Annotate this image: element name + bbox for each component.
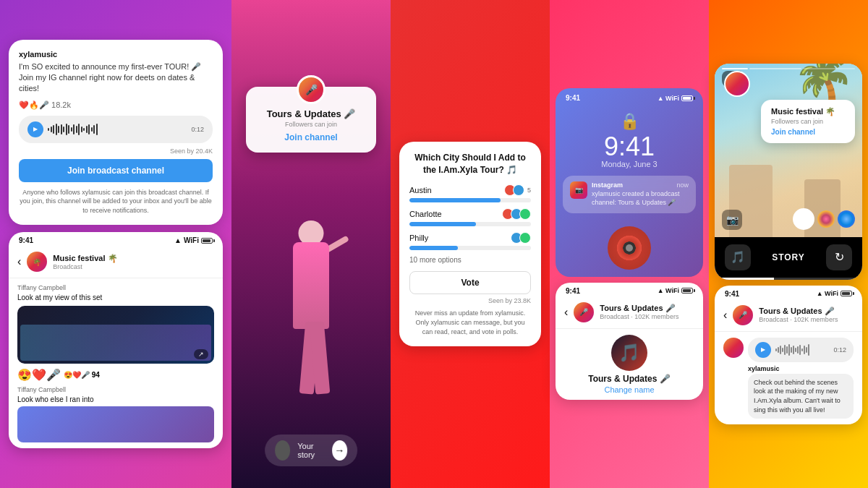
- send-overlay: ↗: [194, 349, 208, 359]
- poll-label: Austin: [409, 186, 432, 194]
- sender-name: Tiffany Campbell: [17, 284, 214, 291]
- waveform: [48, 122, 187, 137]
- story-top-avatar: [724, 71, 750, 97]
- chat-body: ▶: [715, 332, 862, 424]
- reaction-count: 😍❤️🎤 94: [64, 371, 100, 379]
- join-channel-button[interactable]: Join channel: [260, 132, 362, 142]
- concert-channel-name: Tours & Updates 🎤: [260, 108, 362, 119]
- lock-icon: 🔒: [556, 105, 703, 134]
- poll-bar-fill: [409, 198, 501, 202]
- status-bar: 9:41 ▲ WiFi: [556, 283, 703, 296]
- color-swatch-1[interactable]: [817, 210, 835, 228]
- lockscreen-status-bar: 9:41 ▲ WiFi: [556, 88, 703, 105]
- story-refresh-button[interactable]: ↻: [826, 244, 852, 270]
- concert-channel-card: 🎤 Tours & Updates 🎤 Followers can join J…: [246, 87, 376, 153]
- play-button[interactable]: ▶: [755, 342, 771, 358]
- story-scrubber[interactable]: [715, 278, 862, 280]
- followers-text: Followers can join: [260, 121, 362, 128]
- audio-time: 0:12: [191, 126, 204, 133]
- chat-header: ‹ 🎤 Tours & Updates 🎤 Broadcast · 102K m…: [715, 299, 862, 332]
- poll-description: Never miss an update from xylamusic. Onl…: [409, 309, 531, 336]
- bc-message: I'm SO excited to announce my first-ever…: [19, 61, 213, 95]
- tours-chat-card: 9:41 ▲ WiFi ‹ 🎤 Tours & Updates 🎤 Broadc…: [715, 286, 862, 424]
- chat-title: Tours & Updates 🎤: [600, 304, 694, 313]
- camera-icon[interactable]: 📷: [722, 210, 742, 230]
- more-options-text: 10 more options: [409, 256, 531, 264]
- bc-username: xylamusic: [19, 50, 213, 59]
- broadcast-channel-card: xylamusic I'm SO excited to announce my …: [9, 40, 223, 226]
- concert-avatar: 🎤: [297, 75, 326, 104]
- story-next-button[interactable]: →: [332, 440, 347, 461]
- poll-bar-bg: [409, 222, 531, 226]
- lockscreen-date: Monday, June 3: [556, 160, 703, 168]
- chat-header: ‹ 🌴 Music festival 🌴 Broadcast: [9, 246, 223, 278]
- tours-body: 🎵 Tours & Updates 🎤 Change name: [556, 329, 703, 400]
- chat-subtitle: Broadcast: [53, 263, 214, 270]
- popup-title: Music festival 🌴: [771, 107, 845, 116]
- story-card: 🌴 Aa Music festival 🌴 Followers can join…: [715, 64, 862, 280]
- back-button[interactable]: ‹: [17, 255, 21, 268]
- channel-avatar: 🌴: [27, 252, 47, 272]
- join-description: Anyone who follows xylamusic can join th…: [19, 188, 213, 215]
- status-time: 9:41: [566, 287, 580, 295]
- play-button[interactable]: ▶: [27, 121, 43, 137]
- status-bar: 9:41 ▲ WiFi: [9, 232, 223, 246]
- story-top: 🌴 Aa Music festival 🌴 Followers can join…: [715, 64, 862, 237]
- section-lockscreen: 9:41 ▲ WiFi 🔒 9:41 Monday, June 3 📷 Inst…: [550, 0, 709, 488]
- story-label: STORY: [772, 252, 805, 262]
- music-festival-popup: Music festival 🌴 Followers can join Join…: [761, 100, 855, 143]
- chat-subtitle: Broadcast · 102K members: [600, 313, 694, 320]
- color-circle[interactable]: [793, 208, 814, 230]
- poll-option-charlotte: Charlotte: [409, 208, 531, 226]
- back-button[interactable]: ‹: [564, 306, 568, 319]
- poll-bar-fill: [409, 222, 476, 226]
- poll-votes: 5: [504, 184, 531, 196]
- poll-votes: [502, 208, 531, 220]
- audio-message: ▶: [748, 338, 854, 362]
- chat-title: Music festival 🌴: [53, 254, 214, 263]
- vote-button[interactable]: Vote: [409, 271, 531, 294]
- message-text: Check out behind the scenes look at the …: [748, 374, 854, 419]
- concert-figure: [264, 221, 358, 437]
- message-bubble: ▶: [748, 338, 854, 419]
- message-text: Look at my view of this set: [17, 294, 214, 301]
- popup-join-button[interactable]: Join channel: [771, 128, 845, 136]
- status-time: 9:41: [725, 290, 739, 298]
- seen-text: Seen by 20.4K: [19, 147, 213, 155]
- scrubber-fill: [715, 278, 774, 280]
- story-avatar: [275, 440, 290, 461]
- chat-title: Tours & Updates 🎤: [759, 307, 854, 316]
- vinyl-container: [556, 221, 703, 277]
- story-icon-left[interactable]: 🎵: [725, 244, 751, 270]
- change-name-link[interactable]: Change name: [604, 385, 654, 394]
- story-tools: [793, 208, 855, 230]
- poll-card: Which City Should I Add to the I.Am.Xyla…: [399, 142, 541, 346]
- chat-subtitle: Broadcast · 102K members: [759, 316, 854, 323]
- notification-content: Instagram now xylamusic created a broadc…: [592, 181, 689, 207]
- notif-message: xylamusic created a broadcast channel: T…: [592, 190, 689, 207]
- battery-icon: [841, 291, 852, 296]
- another-sender: Tiffany Campbell: [17, 386, 214, 393]
- tours-updates-card: 9:41 ▲ WiFi ‹ 🎤 Tours & Updates 🎤 Broadc…: [556, 283, 703, 400]
- tours-avatar: 🎤: [574, 302, 594, 322]
- chat-info: Tours & Updates 🎤 Broadcast · 102K membe…: [600, 304, 694, 320]
- poll-seen: Seen by 23.8K: [409, 297, 531, 304]
- poll-option-philly: Philly: [409, 232, 531, 250]
- poll-title: Which City Should I Add to the I.Am.Xyla…: [409, 152, 531, 176]
- popup-subtitle: Followers can join: [771, 118, 845, 125]
- status-icons: ▲ WiFi: [174, 236, 213, 244]
- chat-info: Music festival 🌴 Broadcast: [53, 254, 214, 270]
- vinyl-record: [608, 226, 651, 270]
- battery-icon: [201, 238, 213, 244]
- another-message: Look who else I ran into: [17, 395, 214, 403]
- poll-label: Philly: [409, 234, 428, 242]
- reaction-row: 😍❤️🎤 😍❤️🎤 94: [17, 368, 214, 382]
- poll-bar-fill: [409, 246, 458, 250]
- poll-option-austin: Austin 5: [409, 184, 531, 202]
- join-broadcast-button[interactable]: Join broadcast channel: [19, 159, 213, 182]
- chat-body: Tiffany Campbell Look at my view of this…: [9, 278, 223, 448]
- back-button[interactable]: ‹: [723, 309, 727, 322]
- color-swatch-2[interactable]: [838, 210, 855, 228]
- status-bar: 9:41 ▲ WiFi: [715, 286, 862, 299]
- section-broadcast: xylamusic I'm SO excited to announce my …: [0, 0, 231, 488]
